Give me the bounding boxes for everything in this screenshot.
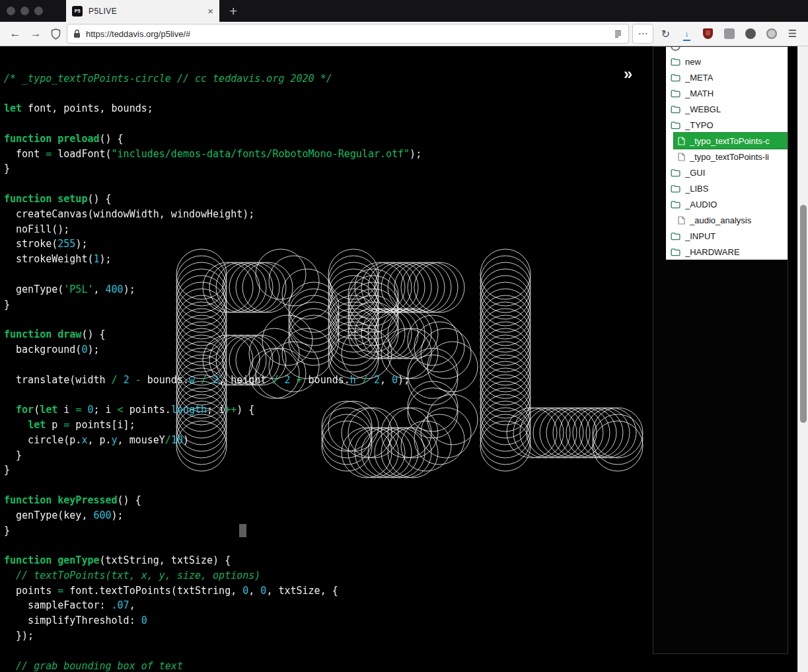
folder-icon (671, 105, 680, 114)
reload-button[interactable]: ↻ (657, 28, 675, 40)
code-lines: /* _typo_textToPoints-circle // cc tedda… (4, 71, 422, 672)
file-icon (678, 137, 685, 145)
forward-button[interactable]: → (27, 27, 44, 40)
menu-item-new[interactable]: new (666, 54, 788, 69)
window-zoom-button[interactable] (34, 7, 43, 15)
p5live-favicon-icon: P5 (72, 6, 83, 17)
adblock-extension-icon[interactable] (699, 28, 717, 39)
extension-icon-square[interactable] (720, 28, 738, 39)
gear-icon (671, 46, 680, 51)
code-line (4, 176, 422, 192)
code-line: } (4, 523, 422, 539)
tab-close-icon[interactable]: × (207, 6, 213, 16)
url-bar[interactable]: https://teddavis.org/p5live/# (67, 24, 629, 44)
code-line (4, 267, 422, 282)
new-tab-button[interactable]: + (229, 4, 237, 18)
folder-icon (671, 57, 680, 66)
code-line: simplifyThreshold: 0 (4, 613, 422, 628)
menu-item-label: _WEBGL (685, 104, 721, 114)
code-line: background(0); (4, 342, 422, 357)
menu-item-label: _INPUT (685, 231, 716, 241)
code-line: font = loadFont("includes/demos-data/fon… (4, 147, 422, 162)
code-line: sampleFactor: .07, (4, 598, 422, 613)
code-line: } (4, 448, 422, 463)
folder-icon (671, 168, 680, 177)
menu-item-label: _audio_analysis (690, 215, 751, 225)
code-line: createCanvas(windowWidth, windowHeight); (4, 207, 422, 222)
window-minimize-button[interactable] (20, 7, 29, 15)
code-line: function preload() { (4, 131, 422, 147)
scrollbar-track[interactable] (797, 46, 808, 672)
code-line: }); (4, 628, 422, 644)
browser-tab[interactable]: P5 P5LIVE × (66, 0, 219, 22)
extension-icon-circle[interactable] (741, 28, 759, 39)
folder-icon (671, 73, 680, 82)
text-cursor (239, 524, 246, 537)
folder-icon (671, 121, 680, 130)
menu-button[interactable]: ☰ (784, 28, 801, 40)
code-line (4, 478, 422, 493)
folder-icon (671, 248, 680, 256)
code-line: // grab bounding box of text (4, 659, 422, 672)
code-line: genType('P5L', 400); (4, 282, 422, 297)
reader-mode-icon[interactable] (614, 30, 622, 38)
sketch-list: new_META_MATH_WEBGL_TYPO_typo_textToPoin… (666, 46, 788, 260)
menu-item-_LIBS[interactable]: _LIBS (666, 180, 788, 196)
menu-item-label: _GUI (685, 168, 705, 178)
menu-item-_GUI[interactable]: _GUI (666, 165, 788, 180)
code-line: let font, points, bounds; (4, 101, 422, 116)
url-text: https://teddavis.org/p5live/# (86, 29, 608, 39)
menu-item-_INPUT[interactable]: _INPUT (666, 228, 788, 244)
menu-item-_WEBGL[interactable]: _WEBGL (666, 101, 788, 117)
window-close-button[interactable] (7, 7, 15, 15)
code-line: stroke(255); (4, 237, 422, 252)
window-controls (0, 7, 55, 15)
code-line: let p = points[i]; (4, 418, 422, 433)
code-line: strokeWeight(1); (4, 252, 422, 267)
code-line: function keyPressed() { (4, 493, 422, 508)
menu-item-label: _LIBS (685, 184, 708, 194)
code-line (4, 644, 422, 659)
back-button[interactable]: ← (7, 27, 24, 40)
code-line (4, 538, 422, 553)
code-line: } (4, 297, 422, 313)
code-editor[interactable]: /* _typo_textToPoints-circle // cc tedda… (4, 46, 422, 672)
menu-item-label: _typo_textToPoints-c (690, 136, 770, 146)
download-icon: ↓ (683, 27, 690, 41)
page-actions-button[interactable]: ⋯ (632, 24, 653, 44)
extension-icon-ring[interactable] (762, 28, 780, 39)
lock-icon (73, 29, 81, 38)
file-icon (678, 216, 685, 225)
menu-item-_audio_analysis[interactable]: _audio_analysis (674, 212, 788, 228)
code-line (4, 312, 422, 327)
tab-strip: P5 P5LIVE × + (0, 0, 808, 22)
tab-title: P5LIVE (89, 7, 207, 16)
menu-item-_typo_textToPoints-li[interactable]: _typo_textToPoints-li (674, 149, 788, 165)
code-line (4, 86, 422, 101)
menu-item-partial[interactable] (666, 46, 788, 54)
code-line: } (4, 161, 422, 176)
menu-item-label: _typo_textToPoints-li (690, 152, 769, 162)
menu-item-_MATH[interactable]: _MATH (666, 85, 788, 101)
sketch-menu-panel: new_META_MATH_WEBGL_TYPO_typo_textToPoin… (653, 46, 788, 654)
file-icon (678, 153, 685, 161)
menu-item-_typo_textToPoints-c[interactable]: _typo_textToPoints-c (674, 133, 788, 149)
code-line: } (4, 463, 422, 478)
menu-item-label: _TYPO (685, 120, 714, 130)
scrollbar-thumb[interactable] (800, 205, 807, 423)
navigation-toolbar: ← → https://teddavis.org/p5live/# ⋯ ↻ ↓ … (0, 22, 808, 46)
code-line: genType(key, 600); (4, 508, 422, 523)
code-line: /* _typo_textToPoints-circle // cc tedda… (4, 71, 422, 87)
tracking-shield-icon[interactable] (48, 28, 63, 40)
download-button[interactable]: ↓ (678, 27, 696, 41)
menu-item-label: new (685, 57, 701, 67)
page-content: /* _typo_textToPoints-circle // cc tedda… (0, 46, 808, 672)
folder-icon (671, 89, 680, 98)
menu-item-_TYPO[interactable]: _TYPO (666, 117, 788, 133)
folder-icon (671, 184, 680, 193)
menu-item-_META[interactable]: _META (666, 69, 788, 85)
menu-item-_HARDWARE[interactable]: _HARDWARE (666, 244, 788, 260)
menu-item-_AUDIO[interactable]: _AUDIO (666, 196, 788, 212)
menu-toggle[interactable]: » (624, 65, 632, 83)
code-line (4, 116, 422, 131)
